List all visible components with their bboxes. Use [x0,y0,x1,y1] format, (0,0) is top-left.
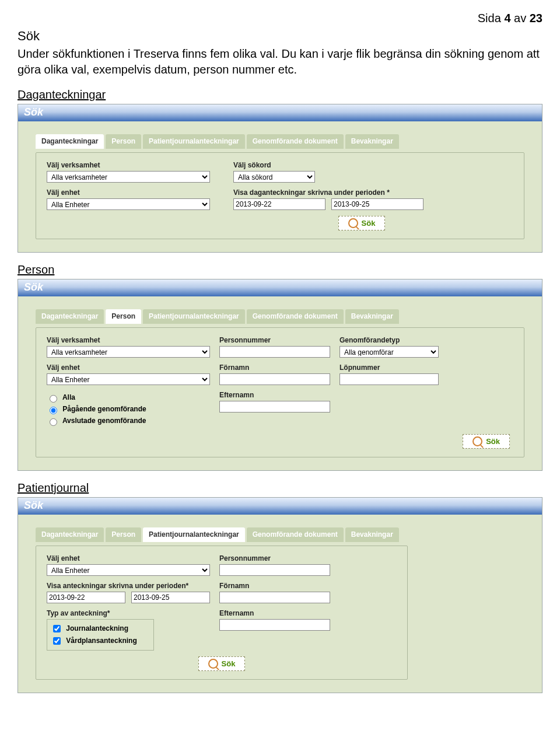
enhet-select[interactable]: Alla Enheter [47,373,210,385]
personnummer-input[interactable] [219,564,330,576]
intro-text: Under sökfunktionen i Treserva finns fem… [18,46,542,78]
panel-title: Sök [18,279,542,296]
period-label: Visa daganteckningar skrivna under perio… [233,188,424,197]
fornamn-input[interactable] [219,592,330,603]
tab-bevakningar[interactable]: Bevakningar [345,309,399,324]
verksamhet-label: Välj verksamhet [47,161,210,169]
tab-genomforande[interactable]: Genomförande dokument [247,134,344,149]
page-title: Sök [18,29,542,44]
enhet-select[interactable]: Alla Enheter [47,198,210,210]
chk-vardplansanteckning[interactable]: Vårdplansanteckning [51,635,150,646]
personnummer-input[interactable] [219,346,330,358]
sok-button[interactable]: Sök [338,216,386,230]
tab-genomforande[interactable]: Genomförande dokument [247,527,344,542]
tab-person[interactable]: Person [106,309,141,324]
sok-button[interactable]: Sök [198,656,246,671]
radio-alla[interactable]: Alla [47,393,210,403]
search-icon [348,218,358,228]
verksamhet-select[interactable]: Alla verksamheter [47,346,210,358]
efternamn-input[interactable] [219,401,330,413]
tab-bevakningar[interactable]: Bevakningar [345,527,399,542]
efternamn-label: Efternamn [219,609,330,617]
lopnummer-label: Löpnummer [340,363,439,372]
radio-avslutade[interactable]: Avslutade genomförande [47,417,210,426]
tab-patientjournal[interactable]: Patientjournalanteckningar [143,134,245,149]
tabs-bar: Daganteckningar Person Patientjournalant… [36,134,535,149]
personnummer-label: Personnummer [219,554,330,562]
chk-journalanteckning[interactable]: Journalanteckning [51,623,150,634]
period-label: Visa anteckningar skrivna under perioden… [47,582,210,590]
radio-pagaende[interactable]: Pågående genomförande [47,405,210,414]
genomforandetyp-label: Genomförandetyp [340,336,439,344]
tab-daganteckningar[interactable]: Daganteckningar [36,309,104,324]
enhet-label: Välj enhet [47,363,210,372]
efternamn-input[interactable] [219,619,330,631]
genomforandetyp-select[interactable]: Alla genomförar [340,346,439,358]
section-link-patientjournal: Patientjournal [18,481,542,495]
sok-button[interactable]: Sök [463,434,510,449]
date-to-input[interactable] [131,592,210,603]
search-icon [473,436,482,446]
verksamhet-select[interactable]: Alla verksamheter [47,171,210,183]
page-counter: Sida 4 av 23 [18,12,542,25]
panel-title: Sök [18,498,542,515]
panel-daganteckningar: Sök Daganteckningar Person Patientjourna… [18,104,542,253]
section-link-daganteckningar: Daganteckningar [18,88,542,102]
tab-genomforande[interactable]: Genomförande dokument [247,309,344,324]
panel-patientjournal: Sök Daganteckningar Person Patientjourna… [18,497,542,693]
tab-person[interactable]: Person [106,134,141,149]
fornamn-label: Förnamn [219,363,330,372]
enhet-label: Välj enhet [47,188,210,197]
tab-bevakningar[interactable]: Bevakningar [345,134,399,149]
tab-person[interactable]: Person [106,527,141,542]
enhet-label: Välj enhet [47,554,210,562]
section-link-person: Person [18,263,542,277]
tab-patientjournal[interactable]: Patientjournalanteckningar [143,309,245,324]
panel-person: Sök Daganteckningar Person Patientjourna… [18,279,542,471]
sokord-label: Välj sökord [233,161,315,169]
status-radio-group: Alla Pågående genomförande Avslutade gen… [47,391,210,428]
date-from-input[interactable] [233,198,326,210]
search-icon [208,659,218,669]
anteckningstyp-group: Journalanteckning Vårdplansanteckning [47,619,154,651]
sokord-select[interactable]: Alla sökord [233,171,315,183]
tab-patientjournal[interactable]: Patientjournalanteckningar [143,527,245,542]
efternamn-label: Efternamn [219,391,330,399]
anteckningstyp-label: Typ av anteckning* [47,609,210,617]
tabs-bar: Daganteckningar Person Patientjournalant… [36,527,535,542]
fornamn-input[interactable] [219,373,330,385]
date-from-input[interactable] [47,592,125,603]
personnummer-label: Personnummer [219,336,330,344]
panel-title: Sök [18,104,542,121]
tabs-bar: Daganteckningar Person Patientjournalant… [36,309,535,324]
date-to-input[interactable] [331,198,424,210]
enhet-select[interactable]: Alla Enheter [47,564,210,576]
tab-daganteckningar[interactable]: Daganteckningar [36,527,104,542]
fornamn-label: Förnamn [219,582,330,590]
lopnummer-input[interactable] [340,373,439,385]
tab-daganteckningar[interactable]: Daganteckningar [36,134,104,149]
verksamhet-label: Välj verksamhet [47,336,210,344]
